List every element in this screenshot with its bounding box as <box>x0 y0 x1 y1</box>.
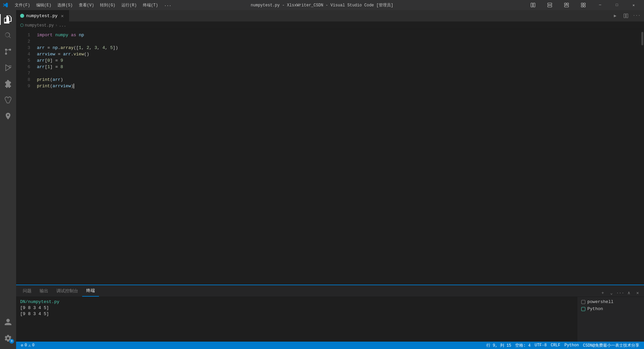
activity-account[interactable] <box>0 314 16 330</box>
run-file-button[interactable]: ▶ <box>610 12 620 19</box>
svg-rect-4 <box>565 3 566 5</box>
tab-numpytest[interactable]: numpytest.py ✕ <box>16 10 69 21</box>
panel-tab-terminal[interactable]: 终端 <box>82 285 99 297</box>
error-icon: ⊘ <box>21 343 23 348</box>
menu-more[interactable]: ... <box>161 2 174 8</box>
title-bar: 文件(F) 编辑(E) 选择(S) 查看(V) 转到(G) 运行(R) 终端(T… <box>0 0 644 10</box>
layout4-button[interactable] <box>576 0 591 10</box>
terminal-powershell[interactable]: powershell <box>577 298 644 305</box>
warning-icon: ⚠ <box>28 343 31 348</box>
svg-rect-7 <box>581 3 583 5</box>
kill-terminal-button[interactable]: ⌄ <box>608 289 615 297</box>
minimize-button[interactable]: ─ <box>592 0 608 10</box>
activity-explorer[interactable] <box>0 11 16 28</box>
breadcrumb-separator: › <box>55 23 57 28</box>
tab-bar-actions: ▶ ··· <box>610 10 644 21</box>
menu-terminal[interactable]: 终端(T) <box>140 2 161 9</box>
close-button[interactable]: ✕ <box>626 0 641 10</box>
breadcrumb-file[interactable]: numpytest.py <box>25 23 54 28</box>
layout3-button[interactable] <box>559 0 574 10</box>
menu-view[interactable]: 查看(V) <box>76 2 97 9</box>
status-bar: ⊘ 0 ⚠ 0 行 9, 列 15 空格: 4 UTF-8 CRLF Pytho… <box>16 342 644 349</box>
svg-rect-17 <box>624 14 626 18</box>
status-bar-right: 行 9, 列 15 空格: 4 UTF-8 CRLF Python CSDN@免… <box>484 342 641 349</box>
menu-select[interactable]: 选择(S) <box>55 2 75 9</box>
menu-goto[interactable]: 转到(G) <box>97 2 118 9</box>
python-terminal-icon <box>581 307 585 311</box>
status-encoding[interactable]: UTF-8 <box>533 342 549 349</box>
terminal-path-line: DN/numpytest.py <box>20 299 573 305</box>
activity-bar-bottom: 0 <box>0 314 16 349</box>
panel-tab-problems[interactable]: 问题 <box>19 285 36 297</box>
panel-tabs: 问题 输出 调试控制台 终端 + ⌄ ··· ∧ ✕ <box>16 285 644 297</box>
tab-close-button[interactable]: ✕ <box>60 13 65 18</box>
status-position[interactable]: 行 9, 列 15 <box>484 342 513 349</box>
terminal-path: DN/numpytest.py <box>20 299 59 304</box>
maximize-panel-button[interactable]: ∧ <box>625 289 633 297</box>
svg-rect-18 <box>626 14 628 18</box>
powershell-icon <box>581 300 585 304</box>
menu-bar: 文件(F) 编辑(E) 选择(S) 查看(V) 转到(G) 运行(R) 终端(T… <box>12 2 174 9</box>
text-cursor <box>73 84 74 89</box>
activity-test[interactable] <box>0 92 16 108</box>
code-line-2 <box>37 38 641 45</box>
status-spaces[interactable]: 空格: 4 <box>513 342 533 349</box>
menu-edit[interactable]: 编辑(E) <box>34 2 54 9</box>
svg-rect-10 <box>584 5 585 7</box>
layout2-button[interactable] <box>542 0 557 10</box>
more-actions-button[interactable]: ··· <box>632 12 641 19</box>
maximize-button[interactable]: □ <box>609 0 625 10</box>
settings-badge: 0 <box>9 339 14 344</box>
code-line-4: arrview = arr.view() <box>37 51 641 57</box>
activity-source-control[interactable] <box>0 44 16 60</box>
main-container: 0 numpytest.py ✕ ▶ ··· ⬡ numpytest.py <box>0 10 644 349</box>
terminal-output-1: [9 8 3 4 5] <box>20 305 573 311</box>
code-line-7 <box>37 70 641 77</box>
line-numbers: 1 2 3 4 5 6 7 8 9 <box>16 29 33 285</box>
code-line-3: arr = np.array([1, 2, 3, 4, 5]) <box>37 45 641 51</box>
code-line-6: arr[1] = 8 <box>37 64 641 70</box>
panel-tab-output[interactable]: 输出 <box>36 285 52 297</box>
menu-file[interactable]: 文件(F) <box>12 2 33 9</box>
terminal-list: powershell Python <box>577 297 644 342</box>
more-panel-actions[interactable]: ··· <box>616 289 624 297</box>
close-panel-button[interactable]: ✕ <box>634 289 641 297</box>
svg-rect-6 <box>565 5 569 7</box>
breadcrumb-more[interactable]: ... <box>59 23 66 28</box>
activity-extensions[interactable] <box>0 76 16 92</box>
status-errors[interactable]: ⊘ 0 ⚠ 0 <box>19 342 37 349</box>
code-editor[interactable]: 1 2 3 4 5 6 7 8 9 import numpy as np a <box>16 29 644 285</box>
code-line-8: print(arr) <box>37 77 641 83</box>
tab-label: numpytest.py <box>26 13 58 18</box>
activity-settings[interactable]: 0 <box>0 330 16 346</box>
window-controls: ─ □ ✕ <box>525 0 641 10</box>
status-extra[interactable]: CSDN@免费最小一表士技术分享 <box>581 342 641 349</box>
vscode-icon <box>3 2 8 8</box>
window-title: numpytest.py - XlsxWriter_CSDN - Visual … <box>251 2 393 8</box>
layout-button[interactable] <box>525 0 541 10</box>
terminal-output-2: [9 8 3 4 5] <box>20 311 573 317</box>
menu-run[interactable]: 运行(R) <box>119 2 140 9</box>
activity-run[interactable] <box>0 60 16 76</box>
status-language[interactable]: Python <box>562 342 581 349</box>
panel-tab-debug[interactable]: 调试控制台 <box>52 285 82 297</box>
editor-area: numpytest.py ✕ ▶ ··· ⬡ numpytest.py › ..… <box>16 10 644 349</box>
code-line-5: arr[0] = 9 <box>37 57 641 64</box>
status-line-ending[interactable]: CRLF <box>549 342 562 349</box>
terminal-python[interactable]: Python <box>577 305 644 312</box>
vertical-scrollbar[interactable] <box>641 29 644 285</box>
terminal-python-label: Python <box>587 306 603 311</box>
code-content[interactable]: import numpy as np arr = np.array([1, 2,… <box>33 29 641 285</box>
scrollbar-thumb[interactable] <box>641 32 643 45</box>
python-file-icon <box>20 14 24 18</box>
activity-remote[interactable] <box>0 108 16 124</box>
new-terminal-button[interactable]: + <box>599 289 606 297</box>
panel-content: DN/numpytest.py [9 8 3 4 5] [9 8 3 4 5] … <box>16 297 644 342</box>
svg-point-13 <box>5 49 7 51</box>
activity-search[interactable] <box>0 28 16 44</box>
tab-bar: numpytest.py ✕ ▶ ··· <box>16 10 644 22</box>
svg-rect-1 <box>533 3 535 7</box>
split-editor-button[interactable] <box>621 12 631 19</box>
warning-count: 0 <box>32 343 35 348</box>
terminal-area[interactable]: DN/numpytest.py [9 8 3 4 5] [9 8 3 4 5] <box>16 297 577 342</box>
